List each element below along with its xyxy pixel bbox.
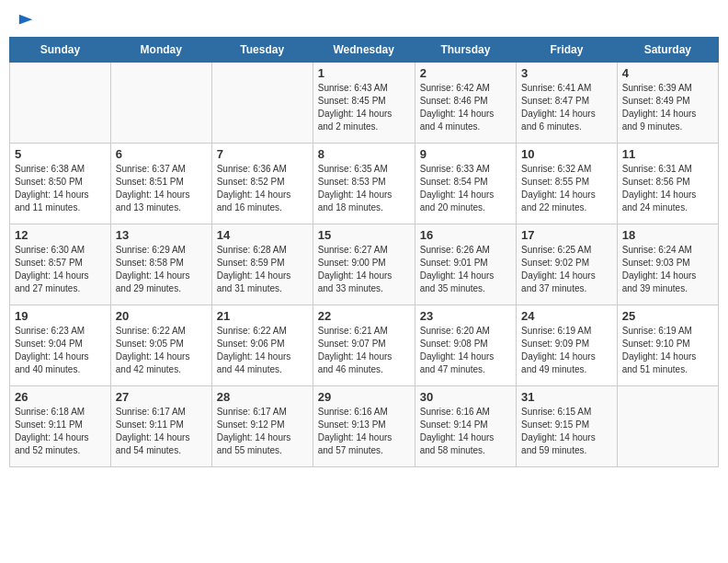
calendar-cell: 1Sunrise: 6:43 AM Sunset: 8:45 PM Daylig… [313, 63, 415, 144]
day-info: Sunrise: 6:26 AM Sunset: 9:01 PM Dayligh… [420, 244, 511, 295]
day-info: Sunrise: 6:29 AM Sunset: 8:58 PM Dayligh… [116, 244, 207, 295]
day-number: 23 [420, 309, 511, 323]
day-number: 24 [521, 309, 612, 323]
day-number: 30 [420, 390, 511, 404]
svg-marker-0 [19, 15, 32, 25]
column-header-thursday: Thursday [415, 38, 516, 63]
day-info: Sunrise: 6:36 AM Sunset: 8:52 PM Dayligh… [217, 163, 308, 214]
day-number: 15 [318, 228, 410, 242]
calendar-cell: 28Sunrise: 6:17 AM Sunset: 9:12 PM Dayli… [211, 386, 313, 467]
day-number: 18 [622, 228, 713, 242]
calendar-cell: 20Sunrise: 6:22 AM Sunset: 9:05 PM Dayli… [110, 305, 211, 386]
day-number: 20 [116, 309, 207, 323]
day-info: Sunrise: 6:38 AM Sunset: 8:50 PM Dayligh… [15, 163, 106, 214]
day-number: 4 [622, 66, 713, 80]
calendar-cell: 31Sunrise: 6:15 AM Sunset: 9:15 PM Dayli… [517, 386, 618, 467]
day-number: 29 [318, 390, 410, 404]
day-info: Sunrise: 6:17 AM Sunset: 9:11 PM Dayligh… [116, 406, 207, 457]
day-number: 19 [15, 309, 106, 323]
day-info: Sunrise: 6:22 AM Sunset: 9:06 PM Dayligh… [217, 325, 308, 376]
page-header [9, 9, 719, 29]
column-header-tuesday: Tuesday [211, 38, 313, 63]
calendar-cell: 18Sunrise: 6:24 AM Sunset: 9:03 PM Dayli… [617, 224, 718, 305]
calendar-cell [211, 63, 313, 144]
day-number: 11 [622, 147, 713, 161]
calendar-cell: 4Sunrise: 6:39 AM Sunset: 8:49 PM Daylig… [617, 63, 718, 144]
calendar-cell: 19Sunrise: 6:23 AM Sunset: 9:04 PM Dayli… [10, 305, 111, 386]
calendar-cell: 9Sunrise: 6:33 AM Sunset: 8:54 PM Daylig… [415, 144, 516, 224]
calendar-cell: 6Sunrise: 6:37 AM Sunset: 8:51 PM Daylig… [110, 144, 211, 224]
day-number: 13 [116, 228, 207, 242]
calendar-cell: 7Sunrise: 6:36 AM Sunset: 8:52 PM Daylig… [211, 144, 313, 224]
day-info: Sunrise: 6:20 AM Sunset: 9:08 PM Dayligh… [420, 325, 511, 376]
day-info: Sunrise: 6:37 AM Sunset: 8:51 PM Dayligh… [116, 163, 207, 214]
day-info: Sunrise: 6:35 AM Sunset: 8:53 PM Dayligh… [318, 163, 410, 214]
day-number: 1 [318, 66, 410, 80]
day-number: 22 [318, 309, 410, 323]
day-info: Sunrise: 6:22 AM Sunset: 9:05 PM Dayligh… [116, 325, 207, 376]
day-info: Sunrise: 6:27 AM Sunset: 9:00 PM Dayligh… [318, 244, 410, 295]
day-number: 8 [318, 147, 410, 161]
calendar-cell: 10Sunrise: 6:32 AM Sunset: 8:55 PM Dayli… [517, 144, 618, 224]
day-info: Sunrise: 6:17 AM Sunset: 9:12 PM Dayligh… [217, 406, 308, 457]
day-number: 2 [420, 66, 511, 80]
day-number: 27 [116, 390, 207, 404]
calendar-cell: 11Sunrise: 6:31 AM Sunset: 8:56 PM Dayli… [617, 144, 718, 224]
column-header-saturday: Saturday [617, 38, 718, 63]
column-header-wednesday: Wednesday [313, 38, 415, 63]
day-number: 28 [217, 390, 308, 404]
calendar-cell: 29Sunrise: 6:16 AM Sunset: 9:13 PM Dayli… [313, 386, 415, 467]
day-info: Sunrise: 6:30 AM Sunset: 8:57 PM Dayligh… [15, 244, 106, 295]
calendar-cell [617, 386, 718, 467]
day-number: 17 [521, 228, 612, 242]
day-number: 14 [217, 228, 308, 242]
calendar-cell: 26Sunrise: 6:18 AM Sunset: 9:11 PM Dayli… [10, 386, 111, 467]
day-info: Sunrise: 6:16 AM Sunset: 9:14 PM Dayligh… [420, 406, 511, 457]
day-info: Sunrise: 6:15 AM Sunset: 9:15 PM Dayligh… [521, 406, 612, 457]
day-number: 10 [521, 147, 612, 161]
day-number: 26 [15, 390, 106, 404]
day-info: Sunrise: 6:32 AM Sunset: 8:55 PM Dayligh… [521, 163, 612, 214]
day-number: 6 [116, 147, 207, 161]
day-number: 9 [420, 147, 511, 161]
calendar-cell: 30Sunrise: 6:16 AM Sunset: 9:14 PM Dayli… [415, 386, 516, 467]
calendar-cell: 24Sunrise: 6:19 AM Sunset: 9:09 PM Dayli… [517, 305, 618, 386]
day-info: Sunrise: 6:25 AM Sunset: 9:02 PM Dayligh… [521, 244, 612, 295]
day-number: 21 [217, 309, 308, 323]
day-info: Sunrise: 6:16 AM Sunset: 9:13 PM Dayligh… [318, 406, 410, 457]
calendar-cell: 23Sunrise: 6:20 AM Sunset: 9:08 PM Dayli… [415, 305, 516, 386]
day-info: Sunrise: 6:28 AM Sunset: 8:59 PM Dayligh… [217, 244, 308, 295]
day-info: Sunrise: 6:23 AM Sunset: 9:04 PM Dayligh… [15, 325, 106, 376]
day-info: Sunrise: 6:24 AM Sunset: 9:03 PM Dayligh… [622, 244, 713, 295]
day-info: Sunrise: 6:31 AM Sunset: 8:56 PM Dayligh… [622, 163, 713, 214]
day-number: 12 [15, 228, 106, 242]
day-info: Sunrise: 6:18 AM Sunset: 9:11 PM Dayligh… [15, 406, 106, 457]
calendar-cell: 14Sunrise: 6:28 AM Sunset: 8:59 PM Dayli… [211, 224, 313, 305]
day-number: 31 [521, 390, 612, 404]
column-header-friday: Friday [517, 38, 618, 63]
calendar-cell: 21Sunrise: 6:22 AM Sunset: 9:06 PM Dayli… [211, 305, 313, 386]
day-info: Sunrise: 6:19 AM Sunset: 9:10 PM Dayligh… [622, 325, 713, 376]
day-number: 16 [420, 228, 511, 242]
day-info: Sunrise: 6:43 AM Sunset: 8:45 PM Dayligh… [318, 82, 410, 133]
calendar-cell: 25Sunrise: 6:19 AM Sunset: 9:10 PM Dayli… [617, 305, 718, 386]
day-info: Sunrise: 6:39 AM Sunset: 8:49 PM Dayligh… [622, 82, 713, 133]
calendar-cell: 8Sunrise: 6:35 AM Sunset: 8:53 PM Daylig… [313, 144, 415, 224]
logo-flag-icon [17, 13, 34, 29]
day-number: 5 [15, 147, 106, 161]
calendar-cell: 12Sunrise: 6:30 AM Sunset: 8:57 PM Dayli… [10, 224, 111, 305]
calendar-cell: 16Sunrise: 6:26 AM Sunset: 9:01 PM Dayli… [415, 224, 516, 305]
day-info: Sunrise: 6:19 AM Sunset: 9:09 PM Dayligh… [521, 325, 612, 376]
calendar-cell: 15Sunrise: 6:27 AM Sunset: 9:00 PM Dayli… [313, 224, 415, 305]
day-info: Sunrise: 6:33 AM Sunset: 8:54 PM Dayligh… [420, 163, 511, 214]
day-info: Sunrise: 6:21 AM Sunset: 9:07 PM Dayligh… [318, 325, 410, 376]
column-header-monday: Monday [110, 38, 211, 63]
day-number: 3 [521, 66, 612, 80]
calendar-cell: 22Sunrise: 6:21 AM Sunset: 9:07 PM Dayli… [313, 305, 415, 386]
calendar-cell: 2Sunrise: 6:42 AM Sunset: 8:46 PM Daylig… [415, 63, 516, 144]
column-header-sunday: Sunday [10, 38, 111, 63]
calendar-cell: 3Sunrise: 6:41 AM Sunset: 8:47 PM Daylig… [517, 63, 618, 144]
calendar-cell: 17Sunrise: 6:25 AM Sunset: 9:02 PM Dayli… [517, 224, 618, 305]
calendar-table: SundayMondayTuesdayWednesdayThursdayFrid… [9, 37, 719, 467]
day-info: Sunrise: 6:41 AM Sunset: 8:47 PM Dayligh… [521, 82, 612, 133]
